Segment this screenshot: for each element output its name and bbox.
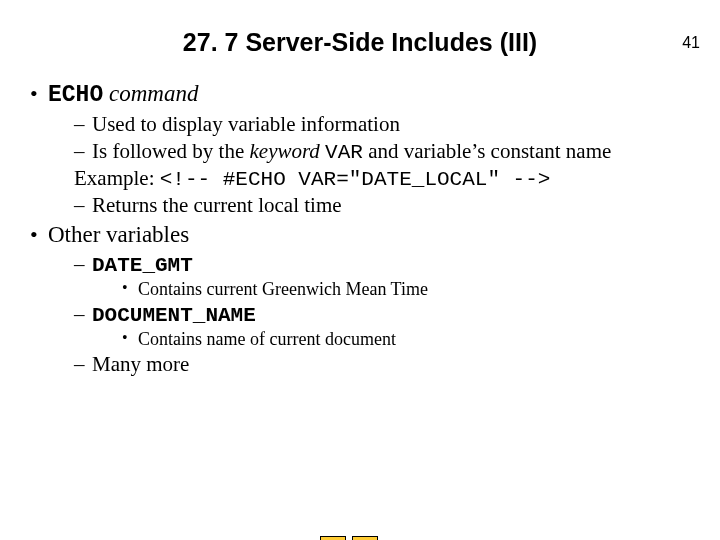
many-more: Many more [74, 352, 694, 377]
date-gmt-name: DATE_GMT [92, 254, 193, 277]
bullet-other: Other variables DATE_GMT Contains curren… [26, 222, 694, 377]
echo-sub-2-var: VAR [325, 141, 363, 164]
slide-title: 27. 7 Server-Side Includes (III) [0, 28, 720, 57]
echo-sub-2a: Is followed by the [92, 139, 249, 163]
nav-buttons [320, 536, 378, 540]
echo-sub-2b: and variable’s constant name [363, 139, 611, 163]
echo-command-rest: command [103, 81, 198, 106]
example-code: <!-- #ECHO VAR="DATE_LOCAL" --> [160, 168, 551, 191]
document-name-desc: Contains name of current document [122, 329, 694, 350]
echo-sub-1: Used to display variable information [74, 112, 694, 137]
echo-sub-2-keyword: keyword [249, 139, 325, 163]
example-label: Example: [74, 166, 160, 190]
echo-sub-2: Is followed by the keyword VAR and varia… [74, 139, 694, 164]
prev-button[interactable] [320, 536, 346, 540]
bullet-echo: ECHO command Used to display variable in… [26, 81, 694, 218]
next-button[interactable] [352, 536, 378, 540]
date-gmt-desc: Contains current Greenwich Mean Time [122, 279, 694, 300]
echo-sub-3: Returns the current local time [74, 193, 694, 218]
content-body: ECHO command Used to display variable in… [0, 81, 720, 377]
echo-example: Example: <!-- #ECHO VAR="DATE_LOCAL" --> [74, 166, 694, 191]
var-document-name: DOCUMENT_NAME Contains name of current d… [74, 302, 694, 350]
echo-command-label: ECHO [48, 82, 103, 108]
slide: 41 27. 7 Server-Side Includes (III) ECHO… [0, 28, 720, 540]
page-number: 41 [682, 34, 700, 52]
other-vars-label: Other variables [48, 222, 189, 247]
document-name-name: DOCUMENT_NAME [92, 304, 256, 327]
var-date-gmt: DATE_GMT Contains current Greenwich Mean… [74, 252, 694, 300]
